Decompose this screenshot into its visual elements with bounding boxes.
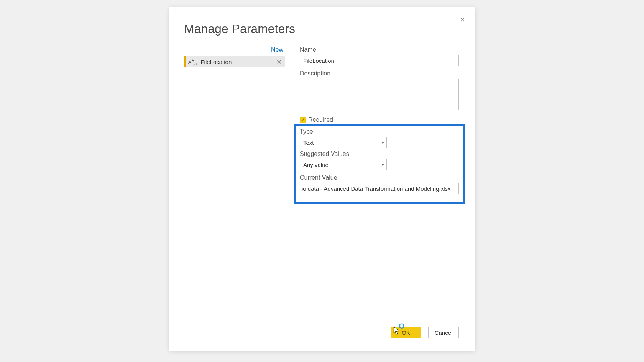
suggested-values-field: Suggested Values Any value ▾	[300, 151, 459, 170]
name-field: Name	[300, 46, 459, 66]
parameter-form: Name Description ✓ Required Type Text ▾	[300, 46, 459, 204]
parameter-list: AB FileLocation ✕	[184, 56, 285, 308]
text-type-icon: AB	[188, 58, 197, 65]
highlighted-section: Type Text ▾ Suggested Values Any value ▾	[294, 124, 465, 204]
type-field: Type Text ▾	[300, 128, 459, 148]
current-value-field: Current Value	[300, 174, 459, 194]
parameters-panel: New AB FileLocation ✕	[184, 46, 285, 307]
description-input[interactable]	[300, 79, 459, 110]
type-select-value: Text	[303, 139, 314, 146]
close-icon: ✕	[460, 16, 465, 24]
close-button[interactable]: ✕	[457, 14, 468, 26]
cancel-button[interactable]: Cancel	[428, 327, 459, 338]
name-input[interactable]	[300, 55, 459, 66]
current-value-label: Current Value	[300, 174, 459, 181]
required-checkbox[interactable]: ✓	[300, 117, 306, 123]
description-field: Description	[300, 70, 459, 112]
type-label: Type	[300, 128, 459, 135]
ok-button[interactable]: OK	[391, 327, 421, 338]
new-parameter-link[interactable]: New	[184, 46, 285, 56]
suggested-values-select-value: Any value	[303, 162, 329, 168]
parameter-item[interactable]: AB FileLocation ✕	[184, 56, 285, 67]
remove-parameter-icon[interactable]: ✕	[275, 58, 283, 66]
description-label: Description	[300, 70, 459, 77]
current-value-input[interactable]	[300, 183, 459, 194]
required-label: Required	[308, 116, 333, 123]
required-field[interactable]: ✓ Required	[300, 116, 459, 123]
name-label: Name	[300, 46, 459, 53]
parameter-name-label: FileLocation	[200, 59, 275, 65]
dialog-buttons: OK Cancel	[391, 327, 459, 338]
type-select[interactable]: Text	[300, 137, 387, 148]
suggested-values-select[interactable]: Any value	[300, 159, 387, 170]
suggested-values-label: Suggested Values	[300, 151, 459, 157]
dialog-title: Manage Parameters	[184, 22, 295, 36]
manage-parameters-dialog: ✕ Manage Parameters New AB FileLocation …	[169, 7, 475, 351]
